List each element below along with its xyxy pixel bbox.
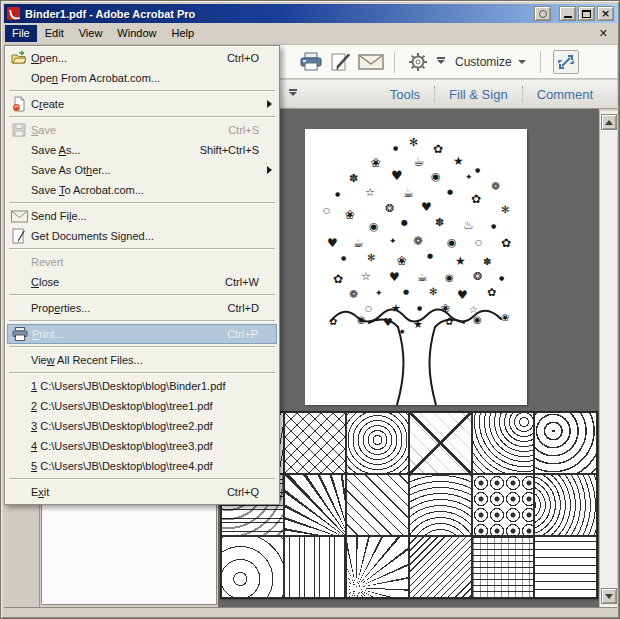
tab-comment[interactable]: Comment [523, 83, 607, 106]
doodle-glyph: ☕ [353, 237, 364, 249]
close-document-icon[interactable]: ✕ [599, 27, 608, 40]
options-icon [539, 10, 547, 18]
doodle-glyph: ♥ [421, 201, 432, 213]
menu-item-save[interactable]: SaveCtrl+S [7, 120, 277, 140]
menu-item-send-file[interactable]: Send File... [7, 206, 277, 226]
doodle-glyph: ● [499, 275, 504, 281]
menu-item-print[interactable]: Print...Ctrl+P [7, 324, 277, 344]
tab-fill-sign[interactable]: Fill & Sign [435, 83, 522, 106]
no-icon [11, 274, 31, 290]
doodle-glyph: ✽ [483, 257, 491, 267]
toolbar-overflow-icon[interactable] [289, 92, 297, 96]
menu-item-revert[interactable]: Revert [7, 252, 277, 272]
scroll-down-button[interactable] [601, 588, 617, 604]
no-icon [11, 142, 31, 158]
folder-open-icon [11, 50, 31, 66]
arrow-up-icon [605, 120, 613, 125]
minimize-button[interactable] [559, 6, 576, 21]
menu-item-save-to-acrobat-com[interactable]: Save To Acrobat.com... [7, 180, 277, 200]
doodle-glyph: ☕ [413, 155, 425, 168]
customize-button[interactable]: Customize [449, 55, 532, 69]
menu-item-save-as[interactable]: Save As...Shift+Ctrl+S [7, 140, 277, 160]
pattern-cell-zigzag [284, 412, 347, 474]
menu-item-create[interactable]: Create [7, 94, 277, 114]
doodle-glyph: ♥ [327, 237, 338, 249]
doodle-glyph: ● [427, 253, 433, 260]
doodle-glyph: ◉ [357, 315, 366, 325]
menu-item-shortcut: Ctrl+W [225, 276, 271, 288]
doodle-glyph: ○ [323, 207, 330, 215]
file-menu: Open...Ctrl+OOpen From Acrobat.com...Cre… [4, 45, 280, 505]
doodle-glyph: ✿ [445, 317, 453, 327]
doodle-glyph: ● [403, 289, 409, 296]
doodle-glyph: ❂ [473, 271, 482, 282]
envelope-icon [11, 208, 31, 224]
pdf-page-tree[interactable]: ✻●✿❀★☕●✽♥◉✦❁●☆☕●✿❂♥✻○❀◉●✽♨●♥☕✦❁◉✿○●✻❀●★✽… [305, 129, 527, 405]
menubar-item-help[interactable]: Help [164, 25, 201, 42]
menubar-item-edit[interactable]: Edit [38, 25, 71, 42]
doodle-glyph: ◉ [369, 221, 379, 232]
menu-item-open[interactable]: Open...Ctrl+O [7, 48, 277, 68]
doodle-glyph: ● [335, 191, 340, 197]
doodle-glyph: ☕ [403, 187, 414, 199]
pattern-cell-maze [534, 536, 597, 598]
doodle-glyph: ✿ [433, 143, 443, 155]
menu-item-save-as-other[interactable]: Save As Other... [7, 160, 277, 180]
menu-item-exit[interactable]: ExitCtrl+Q [7, 482, 277, 502]
title-extra-button[interactable] [534, 6, 551, 21]
pattern-cell-paisley [472, 412, 535, 474]
doodle-glyph: ◉ [473, 315, 482, 325]
print-icon[interactable] [296, 49, 326, 75]
no-icon [11, 418, 31, 434]
vertical-scrollbar[interactable] [599, 111, 617, 607]
menu-bar: FileEditViewWindowHelp ✕ [4, 23, 617, 45]
doodle-glyph: ❁ [413, 235, 423, 247]
menu-item-label: 3 C:\Users\JB\Desktop\blog\tree2.pdf [31, 420, 271, 432]
menu-item-open-from-acrobat-com[interactable]: Open From Acrobat.com... [7, 68, 277, 88]
menu-item-shortcut: Shift+Ctrl+S [200, 144, 271, 156]
doodle-glyph: ❁ [349, 289, 358, 300]
menu-item-label: Get Documents Signed... [31, 230, 271, 242]
menu-item-get-documents-signed[interactable]: Get Documents Signed... [7, 226, 277, 246]
doodle-glyph: ♥ [391, 169, 403, 182]
menubar-item-file[interactable]: File [5, 25, 37, 42]
menu-item-3-c-users-jb-desktop-blog-tree2-pdf[interactable]: 3 C:\Users\JB\Desktop\blog\tree2.pdf [7, 416, 277, 436]
menu-item-1-c-users-jb-desktop-blog-binder1-pdf[interactable]: 1 C:\Users\JB\Desktop\blog\Binder1.pdf [7, 376, 277, 396]
status-strip [4, 607, 617, 617]
menu-item-label: Save [31, 124, 228, 136]
doodle-glyph: ○ [475, 239, 482, 247]
menu-item-4-c-users-jb-desktop-blog-tree3-pdf[interactable]: 4 C:\Users\JB\Desktop\blog\tree3.pdf [7, 436, 277, 456]
menu-item-label: 2 C:\Users\JB\Desktop\blog\tree1.pdf [31, 400, 271, 412]
doodle-glyph: ✻ [367, 253, 375, 263]
menubar-item-view[interactable]: View [72, 25, 110, 42]
menu-item-properties[interactable]: Properties...Ctrl+D [7, 298, 277, 318]
window-title: Binder1.pdf - Adobe Acrobat Pro [25, 8, 534, 20]
pattern-cell-swirls [534, 474, 597, 536]
maximize-button[interactable] [578, 6, 595, 21]
close-button[interactable]: × [597, 6, 614, 21]
expand-icon[interactable] [553, 50, 579, 74]
create-page-icon [11, 96, 31, 112]
menubar-item-window[interactable]: Window [110, 25, 163, 42]
doodle-glyph: ♥ [383, 317, 393, 328]
submenu-arrow-icon [267, 166, 272, 174]
sign-document-icon[interactable] [326, 49, 356, 75]
gear-icon[interactable] [403, 49, 433, 75]
menu-item-label: Open... [31, 52, 227, 64]
doodle-glyph: ❂ [385, 203, 394, 214]
gear-dropdown-icon[interactable] [433, 49, 449, 75]
menu-item-view-all-recent-files[interactable]: View All Recent Files... [7, 350, 277, 370]
menu-item-close[interactable]: CloseCtrl+W [7, 272, 277, 292]
title-bar[interactable]: Binder1.pdf - Adobe Acrobat Pro × [4, 4, 617, 23]
menu-item-label: Close [31, 276, 225, 288]
doodle-glyph: ✿ [487, 287, 496, 298]
tab-tools[interactable]: Tools [376, 83, 434, 106]
menu-item-2-c-users-jb-desktop-blog-tree1-pdf[interactable]: 2 C:\Users\JB\Desktop\blog\tree1.pdf [7, 396, 277, 416]
menu-item-label: Send File... [31, 210, 271, 222]
menu-item-label: 4 C:\Users\JB\Desktop\blog\tree3.pdf [31, 440, 271, 452]
doodle-glyph: ♨ [463, 219, 474, 231]
doodle-glyph: ❀ [397, 255, 407, 267]
email-icon[interactable] [356, 49, 386, 75]
menu-item-5-c-users-jb-desktop-blog-tree4-pdf[interactable]: 5 C:\Users\JB\Desktop\blog\tree4.pdf [7, 456, 277, 476]
scroll-up-button[interactable] [601, 114, 617, 130]
